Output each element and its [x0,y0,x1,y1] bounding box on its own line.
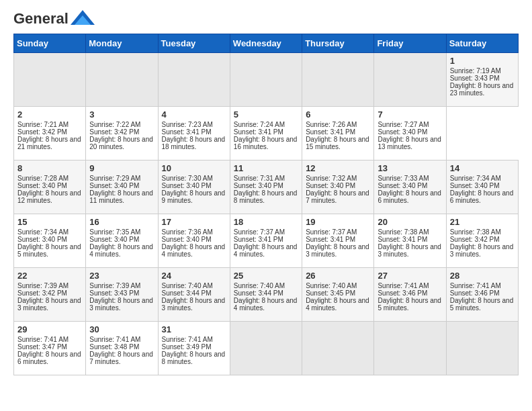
calendar-cell-day-22: 22Sunrise: 7:39 AMSunset: 3:42 PMDayligh… [14,268,86,322]
calendar-week-6: 29Sunrise: 7:41 AMSunset: 3:47 PMDayligh… [14,322,519,375]
calendar-cell-day-14: 14Sunrise: 7:34 AMSunset: 3:40 PMDayligh… [446,161,518,214]
calendar-cell-day-6: 6Sunrise: 7:26 AMSunset: 3:41 PMDaylight… [302,107,374,161]
empty-cell [158,53,230,107]
calendar-cell-day-16: 16Sunrise: 7:35 AMSunset: 3:40 PMDayligh… [86,214,158,268]
header-day-monday: Monday [86,34,158,53]
calendar-cell-day-31: 31Sunrise: 7:41 AMSunset: 3:49 PMDayligh… [158,322,230,375]
calendar-week-5: 22Sunrise: 7:39 AMSunset: 3:42 PMDayligh… [14,268,519,322]
calendar-table: SundayMondayTuesdayWednesdayThursdayFrid… [13,34,519,375]
calendar-cell-day-2: 2Sunrise: 7:21 AMSunset: 3:42 PMDaylight… [14,107,86,161]
logo-text: General [13,11,69,27]
calendar-cell-day-10: 10Sunrise: 7:30 AMSunset: 3:40 PMDayligh… [158,161,230,214]
logo: General [13,11,95,27]
calendar-cell-day-4: 4Sunrise: 7:23 AMSunset: 3:41 PMDaylight… [158,107,230,161]
calendar-week-1: 1Sunrise: 7:19 AMSunset: 3:43 PMDaylight… [14,53,519,107]
calendar-cell-day-9: 9Sunrise: 7:29 AMSunset: 3:40 PMDaylight… [86,161,158,214]
empty-cell [374,53,446,107]
calendar-cell-day-7: 7Sunrise: 7:27 AMSunset: 3:40 PMDaylight… [374,107,446,161]
header-day-friday: Friday [374,34,446,53]
calendar-header-row: SundayMondayTuesdayWednesdayThursdayFrid… [14,34,519,53]
header-day-saturday: Saturday [446,34,518,53]
calendar-cell-day-19: 19Sunrise: 7:37 AMSunset: 3:41 PMDayligh… [302,214,374,268]
header-day-thursday: Thursday [302,34,374,53]
empty-cell [446,322,518,375]
header-day-wednesday: Wednesday [230,34,302,53]
empty-cell [374,322,446,375]
header-day-tuesday: Tuesday [158,34,230,53]
empty-cell [230,322,302,375]
empty-cell [86,53,158,107]
calendar-cell-day-17: 17Sunrise: 7:36 AMSunset: 3:40 PMDayligh… [158,214,230,268]
empty-cell [302,53,374,107]
calendar-cell-day-18: 18Sunrise: 7:37 AMSunset: 3:41 PMDayligh… [230,214,302,268]
header-day-sunday: Sunday [14,34,86,53]
calendar-body: 1Sunrise: 7:19 AMSunset: 3:43 PMDaylight… [14,53,519,375]
empty-cell [230,53,302,107]
calendar-cell-day-11: 11Sunrise: 7:31 AMSunset: 3:40 PMDayligh… [230,161,302,214]
calendar-cell-day-20: 20Sunrise: 7:38 AMSunset: 3:41 PMDayligh… [374,214,446,268]
calendar-cell-day-25: 25Sunrise: 7:40 AMSunset: 3:44 PMDayligh… [230,268,302,322]
header: General [13,11,519,27]
calendar-cell-day-28: 28Sunrise: 7:41 AMSunset: 3:46 PMDayligh… [446,268,518,322]
calendar-cell-day-27: 27Sunrise: 7:41 AMSunset: 3:46 PMDayligh… [374,268,446,322]
calendar-week-4: 15Sunrise: 7:34 AMSunset: 3:40 PMDayligh… [14,214,519,268]
calendar-cell-day-13: 13Sunrise: 7:33 AMSunset: 3:40 PMDayligh… [374,161,446,214]
calendar-cell-day-29: 29Sunrise: 7:41 AMSunset: 3:47 PMDayligh… [14,322,86,375]
calendar-week-3: 8Sunrise: 7:28 AMSunset: 3:40 PMDaylight… [14,161,519,214]
calendar-cell-day-23: 23Sunrise: 7:39 AMSunset: 3:43 PMDayligh… [86,268,158,322]
calendar-cell-day-12: 12Sunrise: 7:32 AMSunset: 3:40 PMDayligh… [302,161,374,214]
calendar-cell-day-30: 30Sunrise: 7:41 AMSunset: 3:48 PMDayligh… [86,322,158,375]
calendar-week-2: 2Sunrise: 7:21 AMSunset: 3:42 PMDaylight… [14,107,519,161]
calendar-cell-day-24: 24Sunrise: 7:40 AMSunset: 3:44 PMDayligh… [158,268,230,322]
calendar-cell-day-21: 21Sunrise: 7:38 AMSunset: 3:42 PMDayligh… [446,214,518,268]
calendar-cell-day-1: 1Sunrise: 7:19 AMSunset: 3:43 PMDaylight… [446,53,518,107]
empty-cell [302,322,374,375]
calendar-cell-day-5: 5Sunrise: 7:24 AMSunset: 3:41 PMDaylight… [230,107,302,161]
calendar-cell-day-15: 15Sunrise: 7:34 AMSunset: 3:40 PMDayligh… [14,214,86,268]
empty-cell [14,53,86,107]
calendar-cell-day-8: 8Sunrise: 7:28 AMSunset: 3:40 PMDaylight… [14,161,86,214]
calendar-cell-day-3: 3Sunrise: 7:22 AMSunset: 3:42 PMDaylight… [86,107,158,161]
logo-icon [71,10,95,25]
calendar-cell-day-26: 26Sunrise: 7:40 AMSunset: 3:45 PMDayligh… [302,268,374,322]
